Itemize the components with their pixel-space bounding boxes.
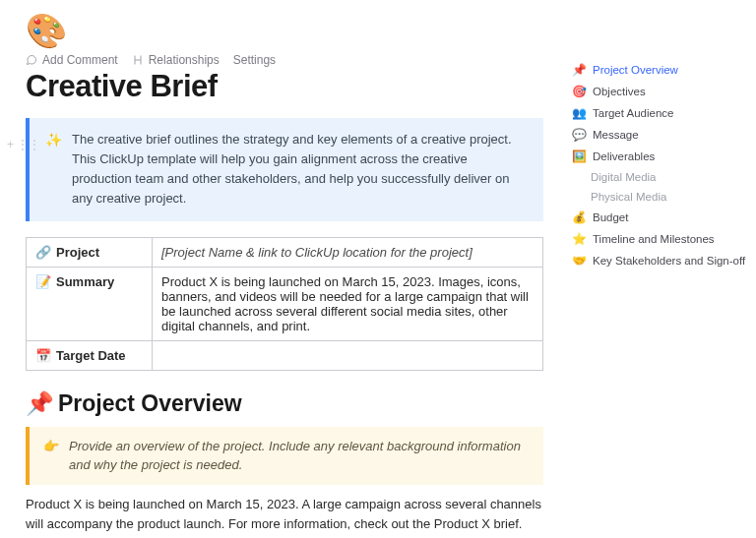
- money-icon: 💰: [571, 210, 587, 224]
- section-heading-overview: 📌Project Overview: [26, 390, 543, 417]
- outline-sidebar: 📌Project Overview 🎯Objectives 👥Target Au…: [569, 0, 756, 271]
- table-row: 📅Target Date: [27, 340, 543, 370]
- table-header-target-date: 📅Target Date: [27, 340, 153, 370]
- nav-timeline[interactable]: ⭐Timeline and Milestones: [569, 228, 748, 250]
- overview-note-text: Provide an overview of the project. Incl…: [69, 437, 530, 475]
- nav-physical-media[interactable]: Physical Media: [569, 187, 748, 207]
- main-content: 🎨 Add Comment Relationships Settings Cre…: [0, 0, 561, 538]
- handshake-icon: 🤝: [571, 254, 587, 268]
- nav-deliverables[interactable]: 🖼️Deliverables: [569, 146, 748, 167]
- page-title: Creative Brief: [26, 69, 543, 104]
- settings-label: Settings: [233, 53, 276, 67]
- nav-budget[interactable]: 💰Budget: [569, 207, 748, 228]
- intro-callout: ✨ The creative brief outlines the strate…: [26, 118, 543, 221]
- nav-objectives[interactable]: 🎯Objectives: [569, 81, 748, 102]
- table-header-project: 🔗Project: [27, 237, 153, 267]
- callout-text: The creative brief outlines the strategy…: [72, 130, 528, 209]
- table-row: 🔗Project [Project Name & link to ClickUp…: [27, 237, 543, 267]
- nav-stakeholders[interactable]: 🤝Key Stakeholders and Sign-off: [569, 250, 748, 271]
- people-icon: 👥: [571, 106, 587, 120]
- relationships-button[interactable]: Relationships: [132, 53, 220, 67]
- calendar-icon: 📅: [35, 348, 51, 363]
- info-table: 🔗Project [Project Name & link to ClickUp…: [26, 237, 543, 371]
- table-header-summary: 📝Summary: [27, 267, 153, 340]
- table-cell-target-date[interactable]: [153, 340, 543, 370]
- pushpin-icon: 📌: [571, 63, 587, 77]
- pushpin-icon: 📌: [26, 390, 54, 416]
- target-icon: 🎯: [571, 85, 587, 98]
- table-cell-summary[interactable]: Product X is being launched on March 15,…: [153, 267, 543, 340]
- pointing-hand-icon: 👉: [43, 437, 59, 475]
- settings-button[interactable]: Settings: [233, 53, 276, 67]
- sparkle-icon: ✨: [45, 130, 62, 209]
- table-cell-project[interactable]: [Project Name & link to ClickUp location…: [153, 237, 543, 267]
- add-block-handle[interactable]: + ⋮⋮: [7, 138, 40, 151]
- page-icon[interactable]: 🎨: [26, 14, 543, 47]
- relationships-label: Relationships: [149, 53, 220, 67]
- speech-icon: 💬: [571, 128, 587, 142]
- nav-digital-media[interactable]: Digital Media: [569, 167, 748, 187]
- nav-target-audience[interactable]: 👥Target Audience: [569, 102, 748, 124]
- note-icon: 📝: [35, 274, 51, 289]
- overview-body: Product X is being launched on March 15,…: [26, 495, 543, 538]
- add-comment-label: Add Comment: [42, 53, 118, 67]
- nav-project-overview[interactable]: 📌Project Overview: [569, 59, 748, 81]
- add-comment-button[interactable]: Add Comment: [26, 53, 118, 67]
- overview-note: 👉 Provide an overview of the project. In…: [26, 427, 543, 485]
- comment-icon: [26, 54, 37, 66]
- link-icon: 🔗: [35, 245, 51, 260]
- relationships-icon: [132, 54, 144, 66]
- doc-toolbar: Add Comment Relationships Settings: [26, 53, 543, 67]
- picture-icon: 🖼️: [571, 149, 587, 163]
- table-row: 📝Summary Product X is being launched on …: [27, 267, 543, 340]
- nav-message[interactable]: 💬Message: [569, 124, 748, 146]
- star-icon: ⭐: [571, 232, 587, 246]
